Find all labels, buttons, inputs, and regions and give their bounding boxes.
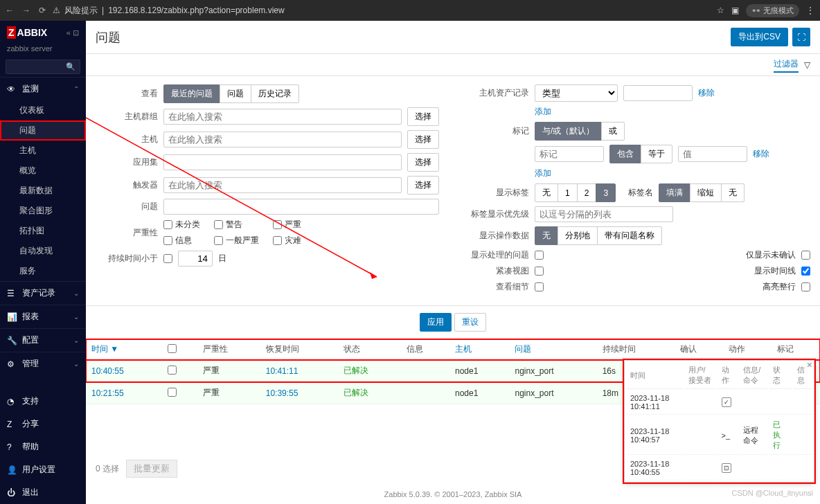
showtags-2[interactable]: 2 (577, 183, 597, 202)
col-action[interactable]: 动作 (723, 339, 772, 360)
export-csv-button[interactable]: 导出到CSV (731, 28, 788, 46)
col-info[interactable]: 信息 (401, 339, 449, 360)
back-icon[interactable]: ← (6, 6, 14, 15)
sev-unclassified[interactable]: 未分类 (163, 219, 200, 231)
compact-check[interactable] (535, 267, 544, 276)
remove-tag-link[interactable]: 移除 (753, 148, 769, 160)
nav-maps[interactable]: 拓扑图 (0, 221, 86, 241)
col-tags[interactable]: 标记 (772, 339, 820, 360)
tagname-none[interactable]: 无 (721, 183, 745, 202)
showtags-3[interactable]: 3 (596, 183, 616, 202)
timeline-check[interactable] (801, 267, 810, 276)
nav-help[interactable]: ?帮助 (0, 435, 86, 458)
detail-check[interactable] (535, 282, 544, 291)
select-hostgroup-button[interactable]: 选择 (407, 107, 439, 126)
view-problems[interactable]: 问题 (220, 84, 251, 103)
tag-priority-input[interactable] (535, 206, 673, 222)
col-ack[interactable]: 确认 (675, 339, 723, 360)
col-host[interactable]: 主机 (449, 339, 509, 360)
highlight-check[interactable] (801, 282, 810, 291)
inventory-value[interactable] (623, 85, 693, 101)
inventory-type-select[interactable]: 类型 (535, 84, 618, 102)
star-icon[interactable]: ☆ (717, 6, 724, 15)
tag-andor[interactable]: 与/或（默认） (535, 122, 602, 141)
watermark: CSDN @Cloud_itnyunsi (731, 489, 813, 497)
view-recent[interactable]: 最近的问题 (163, 84, 220, 103)
nav-services[interactable]: 服务 (0, 261, 86, 281)
tag-or[interactable]: 或 (601, 122, 625, 141)
logo[interactable]: ZABBIX « ⊡ (0, 21, 86, 44)
tag-name-input[interactable] (535, 146, 604, 162)
col-check[interactable] (162, 339, 197, 360)
nav-overview[interactable]: 概览 (0, 161, 86, 181)
search-input[interactable]: 🔍 (6, 60, 80, 74)
url-text[interactable]: 192.168.8.129/zabbix.php?action=problem.… (108, 6, 285, 15)
reload-icon[interactable]: ⟳ (39, 6, 46, 15)
menu-icon[interactable]: ⋮ (806, 6, 814, 15)
nav-monitoring[interactable]: 👁 监测 ⌃ (0, 78, 86, 100)
nav-logout[interactable]: ⏻退出 (0, 481, 86, 504)
nav-inventory[interactable]: ☰资产记录⌄ (0, 282, 86, 305)
showtags-1[interactable]: 1 (558, 183, 578, 202)
select-trigger-button[interactable]: 选择 (407, 176, 439, 195)
collapse-icon[interactable]: « ⊡ (66, 28, 79, 37)
popup-row: 2023-11-18 10:40:55⊡ (626, 456, 812, 480)
sev-disaster[interactable]: 灾难 (273, 235, 301, 246)
nav-support[interactable]: ◔支持 (0, 390, 86, 413)
sev-warning[interactable]: 警告 (214, 219, 259, 231)
col-severity[interactable]: 严重性 (197, 339, 260, 360)
chevron-up-icon: ⌃ (73, 85, 79, 93)
nav-user[interactable]: 👤用户设置 (0, 458, 86, 481)
host-input[interactable] (163, 132, 402, 147)
showop-sep[interactable]: 分别地 (558, 226, 598, 245)
col-problem[interactable]: 问题 (509, 339, 596, 360)
col-duration[interactable]: 持续时间 (597, 339, 675, 360)
tagname-short[interactable]: 缩短 (690, 183, 722, 202)
nav-latest[interactable]: 最新数据 (0, 181, 86, 201)
nav-screens[interactable]: 聚合图形 (0, 201, 86, 221)
nav-discovery[interactable]: 自动发现 (0, 241, 86, 261)
select-app-button[interactable]: 选择 (407, 153, 439, 172)
showtags-none[interactable]: 无 (535, 183, 558, 202)
host-group-input[interactable] (163, 109, 402, 125)
nav-problems[interactable]: 问题 (0, 120, 86, 141)
nav-hosts[interactable]: 主机 (0, 141, 86, 161)
problem-input[interactable] (163, 199, 439, 215)
nav-admin[interactable]: ⚙管理⌄ (0, 352, 86, 375)
remove-link[interactable]: 移除 (698, 87, 715, 99)
trigger-input[interactable] (163, 177, 402, 193)
apply-button[interactable]: 应用 (420, 313, 452, 332)
only-unack-check[interactable] (801, 251, 810, 260)
tag-contains[interactable]: 包含 (609, 145, 641, 163)
show-handled-check[interactable] (535, 251, 544, 260)
panel-icon[interactable]: ▣ (731, 6, 739, 15)
view-history[interactable]: 历史记录 (251, 84, 299, 103)
col-status[interactable]: 状态 (338, 339, 401, 360)
sev-high[interactable]: 严重 (273, 219, 301, 231)
sev-info[interactable]: 信息 (163, 235, 200, 246)
sev-average[interactable]: 一般严重 (214, 235, 259, 246)
tag-value-input[interactable] (678, 146, 747, 162)
forward-icon[interactable]: → (22, 6, 30, 15)
tagname-full[interactable]: 填满 (659, 183, 690, 202)
nav-share[interactable]: Z分享 (0, 413, 86, 435)
nav-reports[interactable]: 📊报表⌄ (0, 305, 86, 328)
select-host-button[interactable]: 选择 (407, 130, 439, 149)
nav-dashboard[interactable]: 仪表板 (0, 100, 86, 120)
nav-config[interactable]: 🔧配置⌄ (0, 329, 86, 352)
close-icon[interactable]: × (807, 359, 812, 370)
tag-equals[interactable]: 等于 (641, 145, 672, 163)
duration-check[interactable] (163, 254, 172, 263)
filter-icon[interactable]: ▽ (804, 60, 810, 70)
col-recovery[interactable]: 恢复时间 (260, 339, 338, 360)
add-inventory-link[interactable]: 添加 (535, 106, 551, 118)
reset-button[interactable]: 重设 (454, 313, 486, 332)
fullscreen-button[interactable]: ⛶ (792, 28, 810, 46)
app-input[interactable] (163, 154, 402, 170)
duration-input[interactable] (178, 251, 213, 267)
add-tag-link[interactable]: 添加 (535, 168, 551, 179)
showop-none[interactable]: 无 (535, 226, 558, 245)
showop-with[interactable]: 带有问题名称 (597, 226, 662, 245)
filter-tab[interactable]: 过滤器 (774, 57, 799, 73)
col-time[interactable]: 时间 ▼ (86, 339, 162, 360)
